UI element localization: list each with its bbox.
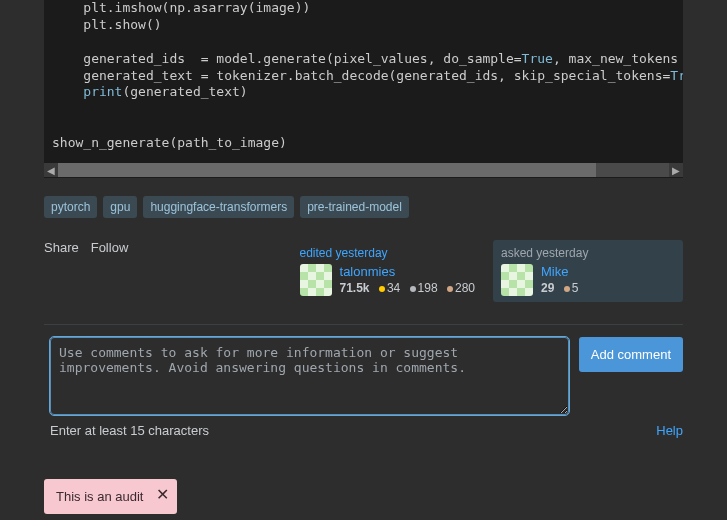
tag-gpu[interactable]: gpu (103, 196, 137, 218)
edited-timestamp[interactable]: edited yesterday (300, 246, 475, 260)
asker-name-link[interactable]: Mike (541, 264, 578, 279)
scroll-track[interactable] (58, 163, 669, 177)
code-scrollbar[interactable]: ◀ ▶ (44, 162, 683, 178)
editor-name-link[interactable]: talonmies (340, 264, 475, 279)
share-link[interactable]: Share (44, 240, 79, 255)
code-line: show_n_generate(path_to_image) (52, 135, 287, 150)
editor-reputation: 71.5k 34 198 280 (340, 281, 475, 295)
follow-link[interactable]: Follow (91, 240, 129, 255)
scroll-left-icon[interactable]: ◀ (44, 163, 58, 177)
tags-row: pytorch gpu huggingface-transformers pre… (44, 196, 683, 218)
bronze-badge-icon (564, 286, 570, 292)
asker-reputation: 29 5 (541, 281, 578, 295)
code-content: plt.imshow(np.asarray(image)) plt.show()… (44, 0, 683, 160)
code-line: plt.imshow(np.asarray(image)) (52, 0, 310, 15)
code-line: plt.show() (52, 17, 162, 32)
code-line: generated_text = tokenizer.batch_decode(… (52, 68, 683, 83)
silver-badge-icon (410, 286, 416, 292)
code-line: print(generated_text) (52, 84, 248, 99)
scroll-thumb[interactable] (58, 163, 596, 177)
close-icon[interactable]: ✕ (156, 485, 169, 504)
tag-pre-trained-model[interactable]: pre-trained-model (300, 196, 409, 218)
bronze-badge-icon (447, 286, 453, 292)
asked-timestamp: asked yesterday (501, 246, 675, 260)
comment-length-hint: Enter at least 15 characters (50, 423, 209, 438)
audit-toast-text: This is an audit (56, 489, 143, 504)
audit-toast: This is an audit ✕ (44, 479, 177, 514)
avatar[interactable] (300, 264, 332, 296)
editor-card: edited yesterday talonmies 71.5k 34 198 … (292, 240, 483, 302)
scroll-right-icon[interactable]: ▶ (669, 163, 683, 177)
code-block: plt.imshow(np.asarray(image)) plt.show()… (44, 0, 683, 162)
section-divider (44, 324, 683, 325)
asker-card: asked yesterday Mike 29 5 (493, 240, 683, 302)
gold-badge-icon (379, 286, 385, 292)
tag-huggingface-transformers[interactable]: huggingface-transformers (143, 196, 294, 218)
tag-pytorch[interactable]: pytorch (44, 196, 97, 218)
post-actions: Share Follow (44, 240, 128, 255)
comment-input[interactable] (50, 337, 569, 415)
add-comment-button[interactable]: Add comment (579, 337, 683, 372)
code-line: generated_ids = model.generate(pixel_val… (52, 51, 683, 66)
comment-help-link[interactable]: Help (656, 423, 683, 438)
avatar[interactable] (501, 264, 533, 296)
